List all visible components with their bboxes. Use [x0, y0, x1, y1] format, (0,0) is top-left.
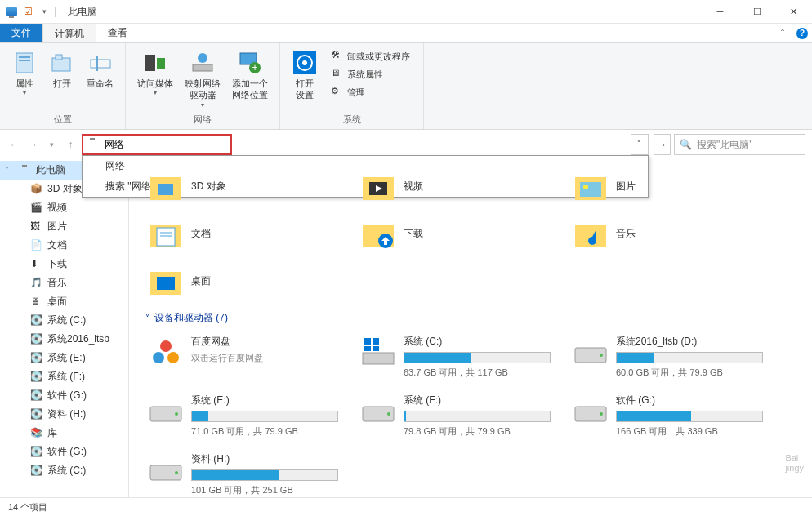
- help-button[interactable]: ?: [792, 24, 812, 42]
- ribbon-group-label: 位置: [7, 112, 118, 127]
- recent-dropdown-icon[interactable]: ▾: [44, 135, 60, 154]
- tree-item[interactable]: 💽软件 (G:): [0, 443, 128, 461]
- folder-item[interactable]: 音乐: [570, 213, 766, 254]
- svg-rect-7: [145, 55, 155, 71]
- folder-item[interactable]: 文档: [145, 213, 341, 254]
- tree-label: 系统 (C:): [47, 314, 86, 327]
- tree-label: 软件 (G:): [47, 389, 87, 403]
- open-button[interactable]: 打开: [44, 47, 80, 92]
- tree-item[interactable]: 📚库: [0, 424, 128, 443]
- ribbon-group-system: 打开 设置 🛠卸载或更改程序 🖥系统属性 ⚙管理 系统: [280, 43, 424, 129]
- folder-icon: [149, 169, 183, 203]
- refresh-button[interactable]: →: [654, 134, 671, 155]
- tree-item[interactable]: 🎵音乐: [0, 274, 128, 292]
- tree-item[interactable]: ⬇下载: [0, 255, 128, 274]
- tree-item[interactable]: 📄文档: [0, 236, 128, 255]
- folder-name: 下载: [404, 227, 423, 241]
- qat-dropdown-icon[interactable]: ▾: [38, 5, 51, 18]
- drive-name: 系统 (F:): [404, 394, 551, 407]
- tab-view[interactable]: 查看: [96, 24, 139, 42]
- tree-item[interactable]: 💽系统 (C:): [0, 461, 128, 480]
- tree-label: 音乐: [47, 276, 67, 290]
- drive-icon: [149, 335, 183, 369]
- search-input[interactable]: 🔍 搜索"此电脑": [674, 134, 805, 155]
- section-drives[interactable]: ˅ 设备和驱动器 (7): [145, 311, 796, 325]
- svg-rect-34: [157, 277, 175, 290]
- nav-bar: ← → ▾ ↑ ˅ 网络 搜索 "网络" → 🔍 搜索"此电脑": [0, 130, 812, 159]
- ribbon: 属性▾ 打开 重命名 位置 访问媒体▾ 映射网络 驱动器▾ +: [0, 43, 812, 130]
- svg-rect-2: [19, 60, 30, 61]
- tree-item[interactable]: 🖼图片: [0, 217, 128, 236]
- folder-item[interactable]: 桌面: [145, 260, 341, 301]
- properties-button[interactable]: 属性▾: [7, 47, 42, 100]
- drive-item[interactable]: 系统 (F:)79.8 GB 可用，共 79.9 GB: [358, 390, 554, 441]
- forward-button[interactable]: →: [25, 135, 41, 154]
- svg-rect-42: [373, 346, 379, 351]
- drive-item[interactable]: 系统2016_ltsb (D:)60.0 GB 可用，共 79.9 GB: [570, 331, 766, 382]
- drive-item[interactable]: 系统 (C:)63.7 GB 可用，共 117 GB: [358, 331, 554, 382]
- folder-name: 图片: [616, 180, 636, 194]
- folder-item[interactable]: 图片: [570, 166, 766, 207]
- drive-bar: [616, 411, 763, 422]
- folder-name: 文档: [191, 227, 211, 241]
- tree-item[interactable]: 💽系统 (C:): [0, 311, 128, 330]
- drive-item[interactable]: 百度网盘双击运行百度网盘: [145, 331, 341, 382]
- uninstall-programs-button[interactable]: 🛠卸载或更改程序: [328, 48, 413, 64]
- drive-free: 60.0 GB 可用，共 79.9 GB: [616, 367, 763, 379]
- tree-label: 系统2016_ltsb: [47, 332, 109, 346]
- tree-item[interactable]: 💽软件 (G:): [0, 386, 128, 405]
- add-network-location-button[interactable]: + 添加一个 网络位置: [227, 47, 273, 105]
- tree-label: 资料 (H:): [47, 407, 86, 421]
- access-media-button[interactable]: 访问媒体▾: [132, 47, 178, 100]
- address-input[interactable]: [105, 139, 227, 150]
- tree-item[interactable]: 💽系统 (E:): [0, 349, 128, 367]
- up-button[interactable]: ↑: [63, 135, 78, 154]
- tree-label: 库: [47, 426, 57, 440]
- status-bar: 14 个项目: [0, 497, 812, 516]
- close-button[interactable]: ✕: [775, 0, 812, 24]
- system-properties-button[interactable]: 🖥系统属性: [328, 66, 413, 82]
- svg-point-35: [160, 340, 172, 352]
- ribbon-group-location: 属性▾ 打开 重命名 位置: [0, 43, 126, 129]
- manage-button[interactable]: ⚙管理: [328, 84, 413, 100]
- drive-free: 166 GB 可用，共 339 GB: [616, 425, 763, 438]
- svg-point-37: [167, 352, 179, 363]
- tree-label: 3D 对象: [47, 182, 83, 196]
- tree-label: 文档: [47, 238, 67, 252]
- drive-name: 百度网盘: [191, 335, 338, 349]
- tree-item[interactable]: 💽资料 (H:): [0, 405, 128, 424]
- tree-item[interactable]: 🎬视频: [0, 198, 128, 217]
- tab-computer[interactable]: 计算机: [42, 24, 96, 42]
- minimize-button[interactable]: ─: [702, 0, 738, 24]
- svg-rect-38: [363, 353, 394, 364]
- drive-icon: [573, 394, 608, 428]
- tree-item[interactable]: 💽系统 (F:): [0, 367, 128, 386]
- tree-label: 系统 (C:): [47, 464, 86, 478]
- folder-item[interactable]: 3D 对象: [145, 166, 341, 207]
- tab-file[interactable]: 文件: [0, 24, 42, 42]
- drive-name: 系统 (C:): [404, 335, 551, 349]
- svg-rect-23: [580, 182, 601, 197]
- address-dropdown-icon[interactable]: ˅: [631, 134, 649, 155]
- tree-item[interactable]: 💽系统2016_ltsb: [0, 330, 128, 349]
- drive-item[interactable]: 资料 (H:)101 GB 可用，共 251 GB: [145, 449, 341, 497]
- drive-icon: [149, 394, 183, 428]
- drive-sub: 双击运行百度网盘: [191, 352, 338, 364]
- drive-name: 资料 (H:): [191, 452, 338, 466]
- folder-item[interactable]: 下载: [358, 213, 554, 254]
- map-drive-button[interactable]: 映射网络 驱动器▾: [180, 47, 225, 112]
- maximize-button[interactable]: ☐: [738, 0, 775, 24]
- rename-button[interactable]: 重命名: [82, 47, 118, 92]
- open-settings-button[interactable]: 打开 设置: [287, 47, 323, 105]
- qat-checkbox-icon[interactable]: ☑: [21, 5, 34, 18]
- tree-item[interactable]: 🖥桌面: [0, 292, 128, 311]
- folder-icon: [361, 216, 395, 251]
- back-button[interactable]: ←: [7, 135, 22, 154]
- collapse-ribbon-icon[interactable]: ˄: [773, 24, 792, 42]
- drive-item[interactable]: 软件 (G:)166 GB 可用，共 339 GB: [570, 390, 766, 441]
- drive-item[interactable]: 系统 (E:)71.0 GB 可用，共 79.9 GB: [145, 390, 341, 441]
- drive-icon: [361, 394, 395, 428]
- folder-item[interactable]: 视频: [358, 166, 554, 207]
- address-bar[interactable]: [82, 134, 232, 155]
- svg-rect-1: [19, 56, 30, 58]
